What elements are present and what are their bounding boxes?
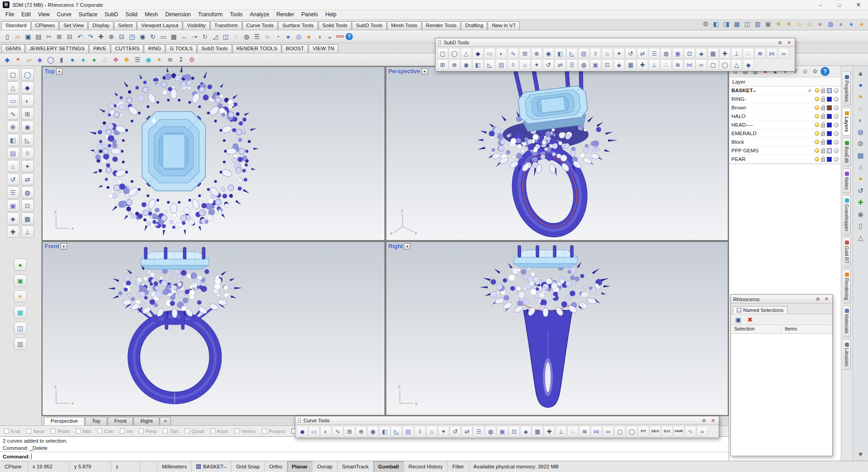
subd-fillet-icon[interactable]: ⌂ (602, 48, 613, 59)
select-icon[interactable]: ▢ (7, 68, 19, 80)
helix-icon[interactable]: ▤ (403, 426, 414, 437)
osnap-vertex[interactable]: Vertex (234, 429, 256, 434)
layer-visibility-bulb-icon[interactable] (815, 123, 819, 127)
status-record-history[interactable]: Record History (404, 461, 448, 472)
layer-row-brown[interactable]: Brown (729, 104, 841, 112)
subd-bend-icon[interactable]: △ (731, 59, 742, 70)
polygon-tool-icon[interactable]: ◺ (21, 134, 34, 146)
osnap-project[interactable]: Project (262, 429, 285, 434)
side-tab-properties[interactable]: Properties (843, 71, 851, 106)
render-preview-sphere-icon[interactable]: ● (14, 259, 27, 271)
side-tab-notes[interactable]: Notes (843, 168, 851, 193)
split-tool-icon[interactable]: ⊡ (21, 199, 34, 212)
tab-named-selections[interactable]: Named Selections (733, 306, 787, 314)
connect-curves-icon[interactable]: ▦ (532, 426, 543, 437)
display-pen-icon[interactable]: ◒ (325, 32, 335, 42)
subd-untrim-icon[interactable]: ≋ (672, 59, 683, 70)
subd-display-toggle-icon[interactable]: ↺ (543, 59, 554, 70)
subd-bevel-icon[interactable]: ▣ (672, 48, 683, 59)
ellipse-tool-icon[interactable]: ◉ (21, 121, 34, 133)
circle-tool-icon[interactable]: ⊞ (21, 108, 34, 120)
checkbox-icon[interactable] (163, 429, 168, 434)
spiral-icon[interactable]: ◊ (414, 426, 426, 437)
copy-icon[interactable]: ⊞ (54, 32, 64, 42)
viewport-tab-add[interactable]: + (160, 417, 171, 425)
continuity-icon[interactable]: ∿ (685, 426, 696, 437)
subd-offset-icon[interactable]: ✦ (613, 48, 625, 59)
subd-sweep1-icon[interactable]: ◧ (555, 48, 566, 59)
polyline-tool-icon[interactable]: ▭ (7, 94, 19, 107)
status-z[interactable]: z (111, 461, 140, 472)
layer-lock-icon[interactable] (821, 90, 825, 93)
osnap-int[interactable]: Int (120, 429, 133, 434)
layer-lock-icon[interactable] (821, 141, 825, 145)
status-x-19-952[interactable]: x 19.952 (28, 461, 70, 472)
menu-view[interactable]: View (34, 10, 53, 19)
subd-split-icon[interactable]: ⊥ (649, 59, 660, 70)
trim-tool-icon[interactable]: ▣ (7, 199, 19, 212)
viewport-title[interactable]: Perspective▼ (389, 68, 428, 75)
lamp-one-icon[interactable]: ☀ (773, 19, 783, 29)
menu-help[interactable]: Help (322, 10, 340, 19)
layer-visibility-bulb-icon[interactable] (815, 114, 819, 118)
viewport-tab-top[interactable]: Top (85, 417, 107, 425)
subd-append-icon[interactable]: ⊞ (437, 59, 448, 70)
subd-cylinder-icon[interactable]: ◯ (449, 48, 460, 59)
status-smarttrack[interactable]: SmartTrack (337, 461, 374, 472)
beachball-icon[interactable]: ❖ (111, 55, 121, 65)
panel-toggle-icon[interactable]: ▥ (753, 19, 763, 29)
viewport-tab-right[interactable]: Right (133, 417, 159, 425)
symmetry-curve-icon[interactable]: ◯ (626, 426, 637, 437)
pan-view-icon[interactable]: ✚ (96, 32, 106, 42)
ccc-icon[interactable]: CCC (335, 32, 345, 42)
layer-material-icon[interactable] (834, 157, 839, 162)
scale-tool-icon[interactable]: ⇄ (21, 173, 34, 185)
drag-grip-icon[interactable] (298, 418, 301, 423)
viewport-menu-chevron-icon[interactable]: ▼ (422, 68, 428, 75)
maximize-button[interactable]: □ (830, 0, 849, 9)
point-cloud-icon[interactable]: ◆ (21, 81, 34, 94)
zoom-dynamic-icon[interactable]: ⊕ (106, 32, 116, 42)
panel-gear-icon[interactable]: ⚙ (815, 296, 821, 302)
page-icon[interactable]: ▯ (855, 220, 866, 231)
box-tool-icon[interactable]: ◊ (21, 147, 34, 159)
subd-select-loop-icon[interactable]: ⇄ (555, 59, 566, 70)
checkbox-icon[interactable] (120, 429, 125, 434)
palette-close-icon[interactable]: ✕ (786, 39, 792, 46)
layer-color-chip[interactable] (827, 114, 832, 119)
layer-row-emerald[interactable]: EMERALD (729, 129, 841, 138)
curvature-graph-icon[interactable]: ∞ (602, 426, 614, 437)
lamp-two-icon[interactable]: ☀ (784, 19, 794, 29)
save-selection-icon[interactable]: ▣ (733, 315, 743, 325)
gem-r-icon[interactable]: R (13, 55, 23, 65)
blend-curve-icon[interactable]: ✦ (438, 426, 449, 437)
toolbar-tab-subd-tools[interactable]: SubD Tools (352, 21, 387, 30)
menu-subd[interactable]: SubD (101, 10, 122, 19)
distance-icon[interactable]: ↔ (179, 32, 189, 42)
layer-tools-icon[interactable]: ☰ (252, 32, 262, 42)
side-tab-layers[interactable]: Layers (843, 108, 851, 136)
jewelry-tab-render-tools[interactable]: RENDER TOOLS (232, 44, 281, 53)
checkbox-icon[interactable] (234, 429, 239, 434)
status-ortho[interactable]: Ortho (265, 461, 287, 472)
jewelry-tab-ring[interactable]: RING (144, 44, 165, 53)
capture-view-icon[interactable]: ◫ (14, 322, 27, 334)
print-icon[interactable]: ▤ (33, 32, 43, 42)
current-layer-check-icon[interactable]: ✓ (807, 88, 813, 94)
subd-stitch-icon[interactable]: ☰ (649, 48, 660, 59)
subd-slide-icon[interactable]: ▤ (496, 59, 507, 70)
toolbar-tab-set-view[interactable]: Set View (59, 21, 88, 30)
named-view-cube-icon[interactable]: ▦ (14, 306, 27, 318)
toolbar-tab-render-tools[interactable]: Render Tools (422, 21, 461, 30)
checkbox-icon[interactable] (76, 429, 81, 434)
subd-fill-hole-icon[interactable]: ⊕ (449, 59, 460, 70)
d12-text-icon[interactable]: D12 (661, 426, 673, 437)
open-file-icon[interactable]: ▱ (13, 32, 23, 42)
subd-sphere-icon[interactable]: ◆ (472, 48, 484, 59)
subd-to-nurbs-icon[interactable]: ⊡ (602, 59, 613, 70)
join-tool-icon[interactable]: ◈ (7, 212, 19, 225)
arc-tool-icon[interactable]: ⊕ (7, 121, 19, 133)
subd-shrink-icon[interactable]: ▣ (590, 59, 601, 70)
cylinder-icon[interactable]: ▮ (57, 55, 66, 65)
command-prompt[interactable]: Command: (0, 452, 729, 461)
